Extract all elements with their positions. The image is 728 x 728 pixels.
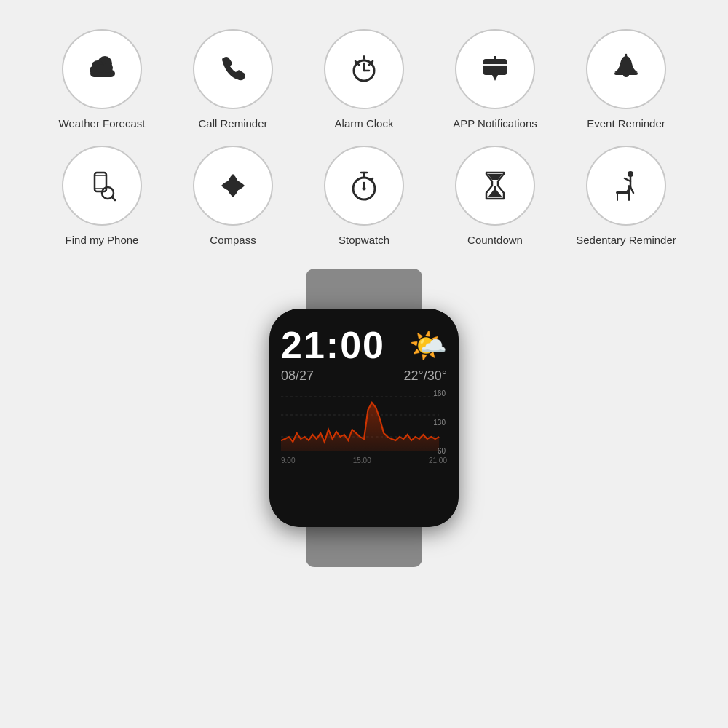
svg-line-33: [630, 187, 633, 193]
compass-circle: [193, 146, 273, 226]
svg-line-22: [112, 197, 116, 200]
watch-weather-icon: 🌤️: [409, 328, 447, 363]
band-bottom: [306, 523, 422, 567]
svg-point-27: [363, 186, 366, 190]
compass-item: Compass: [178, 146, 288, 248]
weather-icon: [83, 50, 121, 88]
find-my-phone-item: Find my Phone: [47, 146, 157, 248]
compass-label: Compass: [210, 233, 256, 248]
chart-time-900: 9:00: [281, 456, 295, 464]
features-section: Weather Forecast Call Reminder: [0, 0, 728, 247]
weather-forecast-circle: [62, 29, 142, 109]
chart-label-130: 130: [433, 419, 446, 427]
icon-grid: Weather Forecast Call Reminder: [0, 29, 728, 247]
call-reminder-circle: [193, 29, 273, 109]
svg-rect-12: [483, 59, 507, 75]
stopwatch-circle: [324, 146, 404, 226]
chart-label-160: 160: [433, 389, 446, 397]
chart-time-2100: 21:00: [429, 456, 447, 464]
watch-time-row: 21:00 🌤️: [281, 323, 447, 367]
weather-forecast-label: Weather Forecast: [59, 116, 146, 131]
sedentary-reminder-item: Sedentary Reminder: [571, 146, 681, 248]
heart-rate-chart: [281, 389, 447, 455]
svg-point-3: [90, 66, 97, 74]
svg-marker-14: [492, 75, 498, 81]
app-notifications-circle: [455, 29, 535, 109]
stopwatch-icon: [345, 167, 383, 205]
sedentary-reminder-circle: [586, 146, 666, 226]
sedentary-reminder-label: Sedentary Reminder: [576, 233, 676, 248]
watch-body: 21:00 🌤️ 08/27 22°/30°: [269, 309, 459, 527]
watch-time-display: 21:00: [281, 323, 385, 367]
call-reminder-item: Call Reminder: [178, 29, 288, 131]
icon-row-2: Find my Phone Compass: [47, 146, 681, 248]
chart-labels: 160 130 60: [433, 389, 447, 455]
icon-row-1: Weather Forecast Call Reminder: [47, 29, 681, 131]
alarm-clock-item: Alarm Clock: [309, 29, 419, 131]
event-reminder-circle: [586, 29, 666, 109]
countdown-item: Countdown: [440, 146, 550, 248]
band-top: [306, 269, 422, 312]
bell-icon: [607, 50, 645, 88]
watch-info-row: 08/27 22°/30°: [281, 368, 447, 384]
alarm-clock-circle: [324, 29, 404, 109]
find-my-phone-label: Find my Phone: [66, 233, 139, 248]
alarm-clock-label: Alarm Clock: [335, 116, 394, 131]
svg-marker-41: [281, 403, 439, 451]
watch-container: 21:00 🌤️ 08/27 22°/30°: [240, 269, 488, 574]
watch-chart: 160 130 60 9:00 15:00 21:00: [281, 389, 447, 470]
watch-screen: 21:00 🌤️ 08/27 22°/30°: [269, 309, 459, 527]
weather-forecast-item: Weather Forecast: [47, 29, 157, 131]
compass-icon: [214, 167, 252, 205]
chart-time-1500: 15:00: [353, 456, 371, 464]
countdown-icon: [476, 167, 514, 205]
event-reminder-item: Event Reminder: [571, 29, 681, 131]
stopwatch-item: Stopwatch: [309, 146, 419, 248]
sedentary-icon: [607, 167, 645, 205]
svg-rect-16: [614, 72, 638, 75]
svg-point-5: [103, 63, 113, 73]
svg-rect-34: [616, 191, 630, 194]
findphone-icon: [83, 167, 121, 205]
app-notifications-label: APP Notifications: [453, 116, 537, 131]
chart-time-row: 9:00 15:00 21:00: [281, 456, 447, 464]
alarm-icon: [345, 50, 383, 88]
countdown-circle: [455, 146, 535, 226]
watch-temp-display: 22°/30°: [404, 368, 447, 384]
notification-icon: [476, 50, 514, 88]
find-my-phone-circle: [62, 146, 142, 226]
event-reminder-label: Event Reminder: [587, 116, 665, 131]
countdown-label: Countdown: [467, 233, 523, 248]
watch-section: 21:00 🌤️ 08/27 22°/30°: [0, 269, 728, 574]
app-notifications-item: APP Notifications: [440, 29, 550, 131]
call-reminder-label: Call Reminder: [198, 116, 267, 131]
watch-date-display: 08/27: [281, 368, 314, 384]
stopwatch-label: Stopwatch: [339, 233, 389, 248]
call-icon: [214, 50, 252, 88]
chart-label-60: 60: [433, 447, 446, 455]
